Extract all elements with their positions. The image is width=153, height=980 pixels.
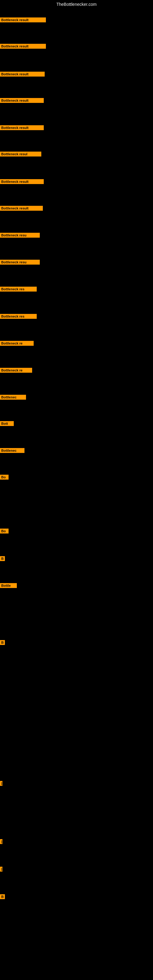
bottleneck-badge: Bottleneck resu — [0, 233, 40, 238]
bottleneck-badge: Bottleneck resul — [0, 151, 41, 156]
bottleneck-badge: Bottle — [0, 583, 17, 588]
bottleneck-badge: Bottleneck result — [0, 18, 46, 22]
bottleneck-badge: Bo — [0, 475, 9, 480]
bottleneck-badge: Bottleneck res — [0, 286, 37, 291]
bottleneck-badge: Bottleneck re — [0, 368, 32, 373]
bottleneck-badge: B — [0, 556, 5, 561]
bottleneck-badge: | — [0, 839, 2, 844]
bottleneck-badge: B — [0, 640, 5, 645]
bottleneck-badge: Bottleneck result — [0, 98, 44, 103]
bottleneck-badge: Bottleneck result — [0, 206, 43, 211]
site-title: TheBottlenecker.com — [0, 0, 153, 9]
bottleneck-badge: Bottleneck resu — [0, 260, 40, 265]
bottleneck-badge: | — [0, 867, 2, 872]
bottleneck-badge: Bo — [0, 528, 9, 533]
bottleneck-badge: B — [0, 894, 5, 899]
bottleneck-badge: Bottleneck result — [0, 72, 45, 76]
bottleneck-badge: Bottleneck res — [0, 314, 37, 319]
bottleneck-badge: Bottlenec — [0, 395, 26, 400]
bottleneck-badge: | — [0, 781, 2, 786]
bottleneck-badge: Bottleneck result — [0, 44, 46, 49]
bottleneck-badge: Bott — [0, 421, 14, 426]
bottleneck-badge: Bottleneck result — [0, 125, 44, 130]
bottleneck-badge: Bottlenec — [0, 448, 24, 453]
bottleneck-badge: Bottleneck re — [0, 341, 33, 346]
bottleneck-badge: Bottleneck result — [0, 179, 44, 184]
